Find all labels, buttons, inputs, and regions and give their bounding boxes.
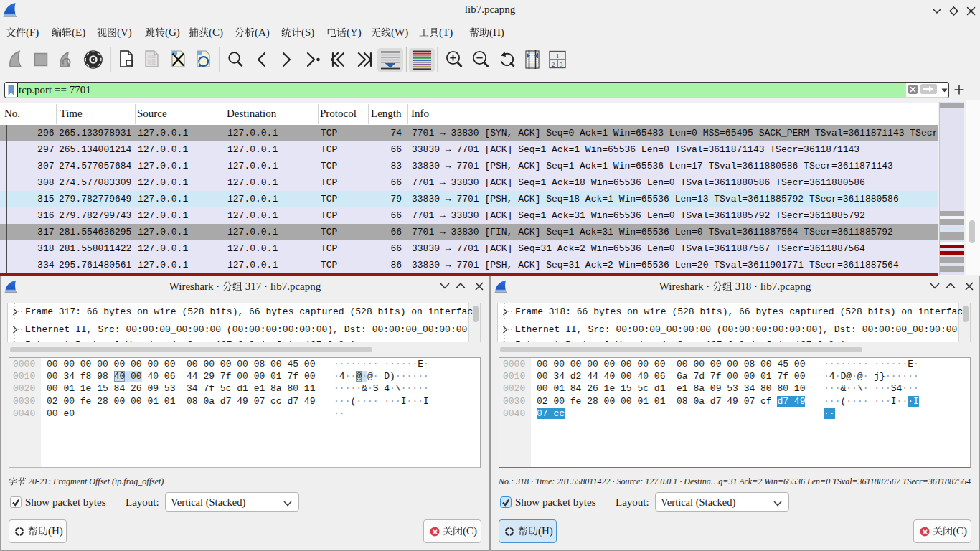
svg-text:0101: 0101: [148, 62, 156, 65]
svg-text:1: 1: [556, 52, 559, 60]
svg-text:2: 2: [552, 61, 555, 68]
svg-text:3: 3: [560, 61, 562, 68]
